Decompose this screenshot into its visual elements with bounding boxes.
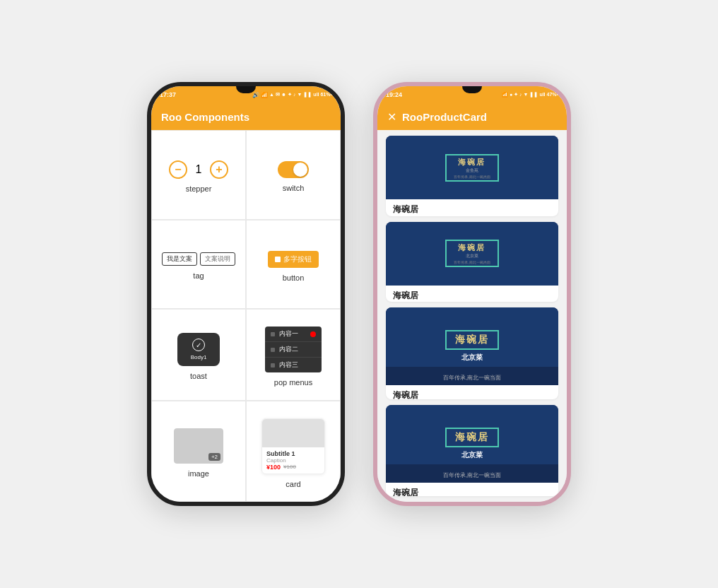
sign-brand-1: 海碗居 [458, 157, 485, 167]
product-card-4[interactable]: 海碗居 北京菜 百年传承,南北一碗当面 海碗居 月售2153 price [386, 405, 558, 496]
card-image [262, 419, 324, 447]
sign-desc-2: 百年传承,南北一碗杰面 [454, 260, 490, 264]
toast-label: toast [190, 372, 207, 380]
switch-cell: switch [246, 130, 341, 220]
stepper[interactable]: − 1 + [169, 160, 228, 179]
restaurant-sign-2: 海碗居 北京菜 百年传承,南北一碗杰面 [386, 222, 558, 286]
pop-menus-cell: 内容一 内容二 内容三 pop menus [246, 309, 341, 401]
button-cell: 多字按钮 button [246, 220, 341, 310]
toast-cell: ✓ Body1 toast [151, 309, 246, 401]
button-icon [275, 257, 281, 262]
toast-text: Body1 [191, 354, 207, 360]
stepper-label: stepper [186, 184, 212, 193]
card-caption: Caption [266, 457, 320, 464]
product-name-2: 海碗居 [393, 290, 551, 302]
product-info-3: 海碗居 月售2153 price [386, 385, 558, 399]
right-app-header: ✕ RooProductCard [377, 103, 567, 130]
card-label: card [286, 480, 300, 488]
product-name-4: 海碗居 [393, 487, 551, 496]
product-list: 海碗居 金鱼苑 百年传承,南北一碗杰面 海碗居 月售2153 price [377, 130, 567, 502]
product-info-4: 海碗居 月售2153 price [386, 483, 558, 496]
left-status-icons: 🔊 📶 ▲ ✉ ☻ ✦ ♪ ▼ ❚❚ ull 61%▪ [252, 92, 332, 98]
sign-brand-2: 海碗居 [458, 242, 485, 253]
right-header-title: RooProductCard [402, 111, 487, 123]
image-cell: +2 image [151, 401, 246, 502]
pop-menu-text-2: 内容二 [279, 345, 298, 354]
product-sales-2: 月售2153 [393, 302, 551, 302]
image-count-badge: +2 [208, 453, 220, 461]
right-status-icons: 📶 ● ✦ ♪ ▼ ❚❚ ull 47%▪ [502, 92, 558, 98]
pop-menu-text-1: 内容一 [279, 329, 298, 339]
tag-1[interactable]: 我是文案 [162, 252, 197, 266]
button-label: button [283, 274, 305, 282]
pop-menu-item-3[interactable]: 内容三 [265, 358, 322, 372]
product-card-img-1: 海碗居 金鱼苑 百年传承,南北一碗杰面 [386, 136, 558, 199]
close-button[interactable]: ✕ [387, 110, 396, 124]
image-component: +2 [174, 428, 223, 464]
components-grid: − 1 + stepper switch 我是文案 文案说明 tag [151, 130, 341, 502]
button-text: 多字按钮 [283, 254, 312, 264]
card-subtitle: Subtitle 1 [266, 450, 320, 457]
product-info-1: 海碗居 月售2153 price [386, 199, 558, 216]
left-app-header: Roo Components [151, 103, 341, 130]
card-body: Subtitle 1 Caption ¥100 ¥100 [262, 447, 324, 474]
product-card-img-4: 海碗居 北京菜 百年传承,南北一碗当面 [386, 405, 558, 483]
stepper-increment[interactable]: + [210, 160, 228, 179]
toast-check-icon: ✓ [192, 339, 205, 351]
right-phone: 19:24 📶 ● ✦ ♪ ▼ ❚❚ ull 47%▪ ✕ RooProduct… [373, 82, 571, 506]
pop-menu-dot-3 [271, 363, 275, 368]
toast: ✓ Body1 [177, 333, 220, 366]
stepper-cell: − 1 + stepper [151, 130, 246, 220]
switch-thumb [293, 163, 307, 177]
sign-sub-1: 金鱼苑 [466, 167, 478, 174]
product-name-1: 海碗居 [393, 204, 551, 216]
sign-desc-1: 百年传承,南北一碗杰面 [454, 175, 490, 179]
stepper-value: 1 [193, 163, 204, 176]
product-card-2[interactable]: 海碗居 北京菜 百年传承,南北一碗杰面 海碗居 月售2153 price [386, 222, 558, 302]
card-price: ¥100 [266, 464, 281, 471]
product-card-1[interactable]: 海碗居 金鱼苑 百年传承,南北一碗杰面 海碗居 月售2153 price [386, 136, 558, 216]
tag-container: 我是文案 文案说明 [162, 252, 235, 266]
product-name-3: 海碗居 [393, 389, 551, 399]
product-card-img-2: 海碗居 北京菜 百年传承,南北一碗杰面 [386, 222, 558, 286]
product-sales-1: 月售2153 [393, 216, 551, 216]
sign-banner-4: 百年传承,南北一碗当面 [443, 472, 501, 478]
left-header-title: Roo Components [161, 111, 249, 123]
left-phone: 17:37 🔊 📶 ▲ ✉ ☻ ✦ ♪ ▼ ❚❚ ull 61%▪ Roo Co… [147, 82, 345, 506]
card-cell: Subtitle 1 Caption ¥100 ¥100 card [246, 401, 341, 502]
pop-menu: 内容一 内容二 内容三 [265, 327, 322, 372]
pop-menus-label: pop menus [274, 378, 312, 387]
switch[interactable] [278, 161, 309, 178]
sign-category-3: 北京菜 [461, 353, 483, 363]
stepper-decrement[interactable]: − [169, 160, 187, 179]
left-time: 17:37 [160, 91, 176, 98]
card-price-row: ¥100 ¥100 [266, 464, 320, 471]
image-label: image [188, 469, 209, 478]
card-component: Subtitle 1 Caption ¥100 ¥100 [261, 418, 325, 474]
tag-label: tag [193, 271, 204, 280]
pop-menu-badge [310, 331, 316, 337]
sign-sub-2: 北京菜 [466, 253, 478, 259]
pop-menu-item-1[interactable]: 内容一 [265, 327, 322, 342]
pop-menu-item-2[interactable]: 内容二 [265, 342, 322, 358]
sign-brand-4: 海碗居 [455, 431, 489, 444]
tag-2[interactable]: 文案说明 [200, 252, 235, 266]
right-time: 19:24 [386, 91, 402, 98]
tag-cell: 我是文案 文案说明 tag [151, 220, 246, 310]
sign-category-4: 北京菜 [461, 450, 483, 460]
sign-brand-3: 海碗居 [455, 334, 489, 346]
card-price-orig: ¥100 [283, 464, 296, 470]
restaurant-sign-1: 海碗居 金鱼苑 百年传承,南北一碗杰面 [386, 136, 558, 199]
pop-menu-dot-1 [271, 332, 275, 336]
product-info-2: 海碗居 月售2153 price [386, 286, 558, 302]
product-card-3[interactable]: 海碗居 北京菜 百年传承,南北一碗当面 海碗居 月售2153 price [386, 307, 558, 399]
pop-menu-dot-2 [271, 348, 275, 352]
sign-banner-3: 百年传承,南北一碗当面 [443, 375, 501, 381]
product-card-img-3: 海碗居 北京菜 百年传承,南北一碗当面 [386, 307, 558, 385]
pop-menu-text-3: 内容三 [279, 360, 298, 370]
switch-label: switch [283, 184, 305, 192]
multi-button[interactable]: 多字按钮 [268, 251, 319, 268]
